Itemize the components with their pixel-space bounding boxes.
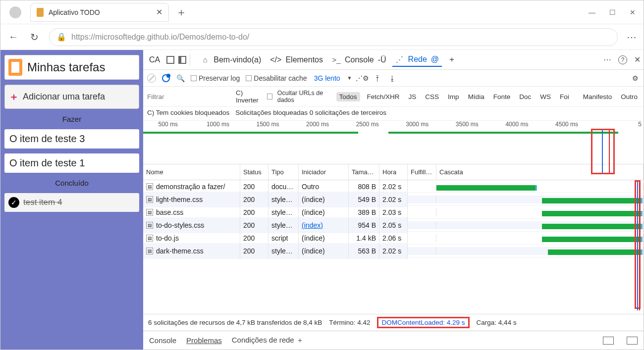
console-icon: >_ xyxy=(332,55,341,64)
filter-font[interactable]: Fonte xyxy=(491,92,513,101)
file-icon: ▤ xyxy=(146,222,153,229)
task-item[interactable]: O item de teste 1 xyxy=(4,153,139,173)
drawer-icon[interactable] xyxy=(603,337,614,345)
col-time[interactable]: Hora xyxy=(379,164,408,180)
filter-input[interactable] xyxy=(147,93,231,100)
tab-welcome[interactable]: ⌂ Bem-vindo(a) xyxy=(198,53,264,66)
new-tab-button[interactable]: ＋ xyxy=(176,5,187,20)
col-status[interactable]: Status xyxy=(240,164,268,180)
network-conditions-icon[interactable]: ⋰⚙ xyxy=(358,74,367,83)
invert-checkbox[interactable]: C) Inverter xyxy=(236,89,262,104)
tab-network[interactable]: ⋰ Rede @ xyxy=(392,53,442,67)
section-label-done: Concluído xyxy=(4,178,139,188)
search-icon[interactable]: 🔍 xyxy=(176,74,185,83)
inspect-mode-button[interactable]: CA xyxy=(146,53,163,66)
back-button[interactable]: ← xyxy=(7,31,19,43)
summary-dcl-highlight: DOMContentLoaded: 4.29 s xyxy=(377,317,469,328)
window-maximize-icon[interactable]: ☐ xyxy=(609,8,616,16)
filter-doc[interactable]: Doc xyxy=(517,92,533,101)
summary-finish: Término: 4.42 xyxy=(329,319,370,326)
dock-side-icon[interactable] xyxy=(178,55,187,64)
summary-dcl: DOMContentLoaded: 4.29 s xyxy=(381,319,465,326)
filter-toggle-icon[interactable] xyxy=(162,74,170,82)
add-task-button[interactable]: ＋ Adicionar uma tarefa xyxy=(4,85,139,109)
drawer-issues[interactable]: Problemas xyxy=(186,336,222,345)
home-icon: ⌂ xyxy=(201,55,210,64)
network-request-row[interactable]: ▤dark-theme.css 200 styles… (índice) 563… xyxy=(143,245,644,257)
tab-console[interactable]: >_ Console -Ü xyxy=(329,53,389,66)
import-icon[interactable]: ⭱ xyxy=(373,74,382,83)
browser-menu-button[interactable]: ⋯ xyxy=(627,31,637,43)
clipboard-icon xyxy=(8,59,22,76)
network-toolbar: 🔍 Preservar log Desabilitar cache 3G len… xyxy=(143,70,644,87)
filter-fetch[interactable]: Fetch/XHR xyxy=(365,92,402,101)
drawer-icon[interactable] xyxy=(627,337,638,345)
plus-icon: ＋ xyxy=(9,90,19,103)
record-button[interactable] xyxy=(147,74,156,83)
browser-tab[interactable]: Aplicativo TODO ✕ xyxy=(30,3,169,22)
filter-img[interactable]: Imp xyxy=(446,92,461,101)
devtools-panel: CA ⌂ Bem-vindo(a) </> Elementos >_ Conso… xyxy=(143,50,644,350)
filter-other[interactable]: Outro xyxy=(619,92,640,101)
col-type[interactable]: Tipo xyxy=(268,164,299,180)
network-table-body: ▤demonstração a fazer/ 200 docu… Outro 8… xyxy=(143,180,644,314)
file-icon: ▤ xyxy=(146,183,153,190)
devtools-more-icon[interactable]: ⋯ xyxy=(603,55,611,64)
timeline-overview[interactable]: 500 ms 1000 ms 1500 ms 2000 ms 2500 ms 3… xyxy=(143,121,644,164)
network-summary: 6 solicitações de recursos de 4,7 kB tra… xyxy=(143,314,644,331)
task-done-label: test item 4 xyxy=(23,198,62,207)
window-close-icon[interactable]: ✕ xyxy=(630,8,636,16)
network-table-header: Nome Status Tipo Iniciador Tamanho Hora … xyxy=(143,164,644,180)
col-waterfall[interactable]: Cascata xyxy=(436,164,644,180)
filter-ws[interactable]: WS xyxy=(538,92,553,101)
add-task-label: Adicionar uma tarefa xyxy=(23,92,105,102)
filter-manifest[interactable]: Manifesto xyxy=(581,92,614,101)
disable-cache-checkbox[interactable]: Desabilitar cache xyxy=(246,74,307,82)
drawer-netcond[interactable]: Condições de rede ＋ xyxy=(232,336,304,345)
file-icon: ▤ xyxy=(146,209,153,216)
close-tab-icon[interactable]: ✕ xyxy=(156,7,162,17)
col-size[interactable]: Tamanho xyxy=(349,164,379,180)
throttle-select[interactable]: 3G lento xyxy=(313,74,341,83)
preserve-log-checkbox[interactable]: Preservar log xyxy=(191,74,240,82)
col-fulfill[interactable]: Fulfill… xyxy=(408,164,436,180)
throttle-caret-icon[interactable]: ▼ xyxy=(347,75,352,81)
device-toggle-icon[interactable] xyxy=(166,55,175,64)
tab-elements[interactable]: </> Elementos xyxy=(267,53,326,66)
task-item-done[interactable]: ✓ test item 4 xyxy=(4,193,139,212)
window-minimize-icon[interactable]: — xyxy=(589,8,595,16)
summary-requests: 6 solicitações de recursos de 4,7 kB tra… xyxy=(148,319,322,326)
devtools-drawer: Console Problemas Condições de rede ＋ xyxy=(143,331,644,350)
app-title: Minhas tarefas xyxy=(27,60,105,74)
col-initiator[interactable]: Iniciador xyxy=(299,164,349,180)
export-icon[interactable]: ⭳ xyxy=(388,74,397,83)
refresh-button[interactable]: ↻ xyxy=(28,31,40,43)
file-icon: ▤ xyxy=(146,235,153,242)
profile-avatar[interactable] xyxy=(9,6,21,18)
drawer-console[interactable]: Console xyxy=(149,336,176,345)
filter-css[interactable]: CSS xyxy=(423,92,441,101)
hide-data-checkbox[interactable] xyxy=(267,94,272,100)
filter-wasm[interactable]: Foi xyxy=(558,92,571,101)
file-icon: ▤ xyxy=(146,196,153,203)
todo-app: Minhas tarefas ＋ Adicionar uma tarefa Fa… xyxy=(0,50,143,350)
blocked-cookies-checkbox[interactable]: C) Tem cookies bloqueados xyxy=(147,109,229,116)
url-text: https://microsoftedge.github.io/Demos/de… xyxy=(71,33,249,42)
settings-icon[interactable]: ⚙ xyxy=(631,74,640,83)
more-tabs-button[interactable]: ＋ xyxy=(445,52,459,67)
devtools-tabbar: CA ⌂ Bem-vindo(a) </> Elementos >_ Conso… xyxy=(143,50,644,70)
tab-title: Aplicativo TODO xyxy=(49,8,151,16)
summary-load: Carga: 4,44 s xyxy=(477,319,517,326)
help-icon[interactable]: ? xyxy=(618,55,627,64)
blocked-requests-label: Solicitações bloqueadas 0 solicitações d… xyxy=(235,109,386,116)
task-item[interactable]: O item de teste 3 xyxy=(4,129,139,149)
lock-icon: 🔒 xyxy=(56,32,66,42)
filter-all[interactable]: Todos xyxy=(336,92,360,101)
filter-js[interactable]: JS xyxy=(407,92,419,101)
filter-media[interactable]: Mídia xyxy=(466,92,486,101)
devtools-close-icon[interactable]: ✕ xyxy=(634,55,641,64)
address-bar[interactable]: 🔒 https://microsoftedge.github.io/Demos/… xyxy=(49,28,618,46)
app-header: Minhas tarefas xyxy=(4,55,139,80)
wifi-icon: ⋰ xyxy=(395,55,404,64)
col-name[interactable]: Nome xyxy=(143,164,240,180)
